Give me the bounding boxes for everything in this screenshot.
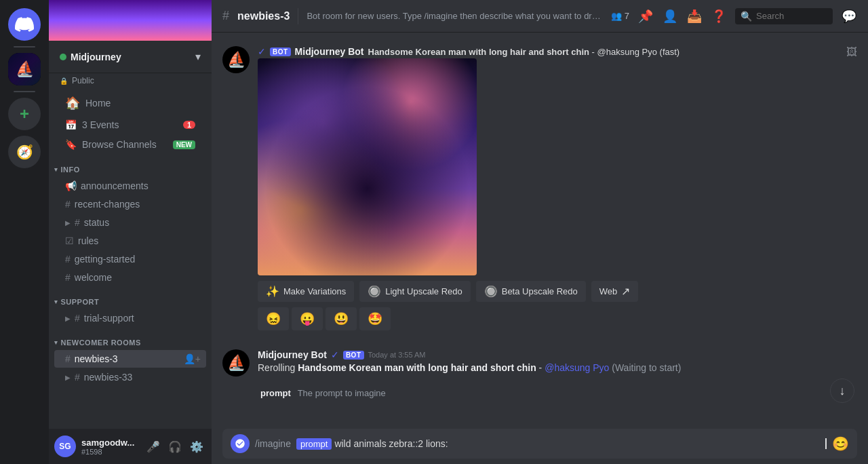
add-server-button[interactable]: + xyxy=(8,98,41,130)
guild-public-label: 🔒 Public xyxy=(49,73,212,85)
channel-hash-icon: 📢 xyxy=(65,180,77,191)
reaction-buttons: 😖 😛 😃 🤩 xyxy=(258,307,857,330)
light-upscale-icon: 🔘 xyxy=(368,285,381,298)
channel-hash-icon: # xyxy=(65,353,71,364)
channel-left: # getting-started xyxy=(65,254,135,265)
verified-icon: ✓ xyxy=(258,46,266,57)
nav-home[interactable]: 🏠 Home xyxy=(54,92,206,115)
guild-banner xyxy=(49,0,212,41)
server-separator-2 xyxy=(14,91,35,92)
add-user-icon[interactable]: 👤+ xyxy=(184,353,201,364)
discord-home-button[interactable] xyxy=(8,8,41,41)
mention: @haksung Pyo xyxy=(597,47,657,57)
nav-events[interactable]: 📅 3 Events 1 xyxy=(54,115,206,134)
reaction-2[interactable]: 😛 xyxy=(292,307,323,330)
reaction-1[interactable]: 😖 xyxy=(258,307,289,330)
channel-left: ☑ rules xyxy=(65,235,98,246)
events-left: 📅 3 Events xyxy=(65,119,119,130)
category-support[interactable]: ▾ SUPPORT xyxy=(49,287,212,309)
channel-left: ▶ # trial-support xyxy=(65,313,134,324)
user-controls: 🎤 🎧 ⚙️ xyxy=(144,437,206,456)
channel-header-desc: Bot room for new users. Type /imagine th… xyxy=(307,11,602,21)
message-row: ⛵ ✓ BOT Midjourney Bot Handsome Korean m… xyxy=(222,43,857,344)
waiting-status: (Waiting to start) xyxy=(612,362,681,373)
ai-image-inner xyxy=(258,58,477,275)
bot-badge: BOT xyxy=(270,47,291,56)
attachment-icon[interactable]: 🖼 xyxy=(846,46,857,58)
nav-browse-channels[interactable]: 🔖 Browse Channels NEW xyxy=(54,135,206,154)
category-arrow-icon: ▾ xyxy=(54,298,58,305)
pin-button[interactable]: 📌 xyxy=(637,8,654,24)
channel-left: ▶ # newbies-33 xyxy=(65,372,132,383)
message-header: ✓ BOT Midjourney Bot Handsome Korean man… xyxy=(258,46,679,57)
prompt-label: prompt xyxy=(260,388,291,398)
members-icon: 👥 xyxy=(611,11,622,21)
category-info[interactable]: ▾ INFO xyxy=(49,155,212,176)
message-content: ✓ BOT Midjourney Bot Handsome Korean man… xyxy=(258,46,857,341)
threads-button[interactable]: 💬 xyxy=(841,8,857,24)
search-bar[interactable]: 🔍 xyxy=(735,8,833,24)
bot-header-row: ✓ BOT Midjourney Bot Handsome Korean man… xyxy=(258,46,857,58)
mute-button[interactable]: 🎤 xyxy=(144,437,163,456)
server-separator xyxy=(14,46,35,47)
bot-badge-2: BOT xyxy=(343,351,364,360)
events-icon: 📅 xyxy=(65,119,77,130)
imagine-input[interactable] xyxy=(334,438,823,449)
scroll-to-bottom-button[interactable]: ↓ xyxy=(830,379,854,403)
channel-announcements[interactable]: 📢 announcements xyxy=(54,177,206,195)
input-wrapper[interactable]: /imagine prompt 😊 xyxy=(222,429,857,459)
user-discriminator: #1598 xyxy=(81,448,138,456)
mention-2: @haksung Pyo xyxy=(545,362,609,373)
channel-newbies-3[interactable]: # newbies-3 👤+ xyxy=(54,350,206,368)
reaction-3[interactable]: 😃 xyxy=(326,307,357,330)
channel-header-hash-icon: # xyxy=(222,9,229,23)
external-link-icon: ↗ xyxy=(621,285,630,298)
message-content-2: Midjourney Bot ✓ BOT Today at 3:55 AM Re… xyxy=(258,349,857,375)
browse-icon: 🔖 xyxy=(65,139,77,150)
server-icon-midjourney[interactable]: ⛵ xyxy=(8,53,41,85)
channel-recent-changes[interactable]: # recent-changes xyxy=(54,195,206,213)
input-avatar xyxy=(231,434,250,453)
channel-status[interactable]: ▶ # status xyxy=(54,214,206,231)
bot-avatar: ⛵ xyxy=(222,46,250,73)
guild-dropdown-icon: ▾ xyxy=(195,50,201,63)
channel-rules[interactable]: ☑ rules xyxy=(54,232,206,250)
add-member-button[interactable]: 👤 xyxy=(662,8,678,24)
prompt-hint: The prompt to imagine xyxy=(298,388,386,398)
category-newcomer-rooms[interactable]: ▾ NEWCOMER ROOMS xyxy=(49,328,212,349)
channel-getting-started[interactable]: # getting-started xyxy=(54,250,206,268)
deafen-button[interactable]: 🎧 xyxy=(165,437,184,456)
lock-icon: 🔒 xyxy=(60,77,68,85)
prompt-section: prompt The prompt to imagine xyxy=(222,382,857,401)
channel-hash-icon: # xyxy=(65,199,71,210)
guild-name: Midjourney xyxy=(60,52,121,62)
expand-icon: ▶ xyxy=(65,219,71,227)
channel-newbies-33[interactable]: ▶ # newbies-33 xyxy=(54,368,206,386)
search-input[interactable] xyxy=(756,11,817,21)
settings-button[interactable]: ⚙️ xyxy=(187,437,206,456)
light-upscale-redo-button[interactable]: 🔘 Light Upscale Redo xyxy=(359,281,470,302)
web-button[interactable]: Web ↗ xyxy=(591,281,639,302)
make-variations-button[interactable]: ✨ Make Variations xyxy=(258,281,354,302)
inbox-button[interactable]: 📥 xyxy=(686,8,703,24)
channel-check-icon: ☑ xyxy=(65,235,74,246)
messages-area: ⛵ ✓ BOT Midjourney Bot Handsome Korean m… xyxy=(212,33,868,423)
beta-upscale-icon: 🔘 xyxy=(484,285,498,298)
channel-trial-support[interactable]: ▶ # trial-support xyxy=(54,309,206,327)
emoji-button[interactable]: 😊 xyxy=(832,436,849,452)
channel-hash-icon: # xyxy=(75,313,80,324)
explore-button[interactable]: 🧭 xyxy=(8,136,41,168)
ai-generated-image xyxy=(258,58,477,275)
status-text: (fast) xyxy=(660,47,680,57)
user-info: samgoodw... #1598 xyxy=(81,438,138,456)
message-row-2: ⛵ Midjourney Bot ✓ BOT Today at 3:55 AM … xyxy=(222,347,857,379)
reaction-4[interactable]: 🤩 xyxy=(359,307,391,330)
server-sidebar: ⛵ + 🧭 xyxy=(0,0,49,464)
input-field-group: prompt xyxy=(296,438,827,450)
channel-welcome[interactable]: # welcome xyxy=(54,269,206,286)
message-time: Today at 3:55 AM xyxy=(368,351,426,359)
help-button[interactable]: ❓ xyxy=(711,8,727,24)
beta-upscale-redo-button[interactable]: 🔘 Beta Upscale Redo xyxy=(476,281,586,302)
guild-header[interactable]: Midjourney ▾ xyxy=(49,41,212,73)
channel-hash-icon: # xyxy=(75,372,80,383)
